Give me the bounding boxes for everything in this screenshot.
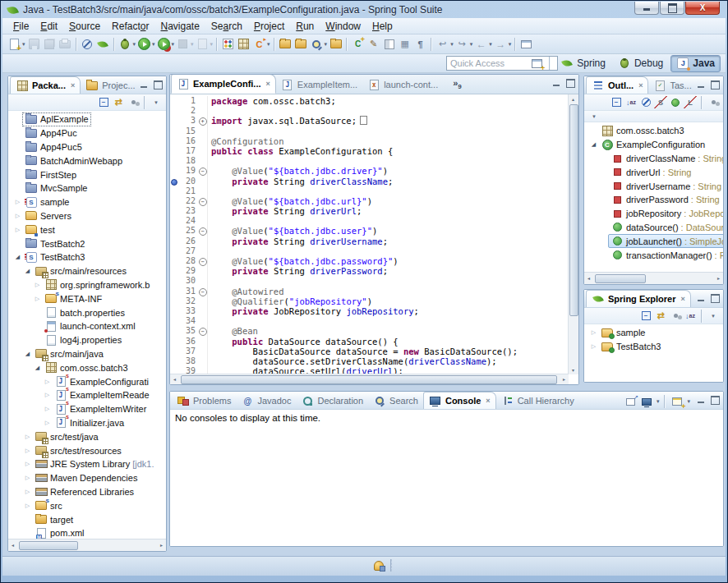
- scroll-left-icon[interactable]: ◂: [170, 374, 179, 383]
- sort-icon[interactable]: [684, 310, 697, 322]
- tree-item[interactable]: transactionManager() : PlatformTransacti…: [584, 248, 723, 262]
- new-spring-element-button[interactable]: [220, 36, 236, 53]
- collapsed-arrow-icon[interactable]: ▷: [43, 420, 52, 426]
- collapsed-arrow-icon[interactable]: ▷: [13, 213, 22, 219]
- tree-item[interactable]: BatchAdminWebapp: [8, 154, 166, 168]
- scroll-left-icon[interactable]: ◂: [584, 273, 593, 282]
- expanded-arrow-icon[interactable]: ◢: [33, 365, 42, 371]
- show-grid-button[interactable]: [397, 36, 412, 53]
- menu-item-file[interactable]: File: [7, 20, 35, 33]
- breakpoint-marker-icon[interactable]: [170, 177, 177, 186]
- spring-tools-button[interactable]: [95, 36, 111, 53]
- menu-chevron-icon[interactable]: [587, 110, 601, 122]
- horizontal-scrollbar[interactable]: ◂ ▸: [8, 539, 166, 551]
- collapsed-arrow-icon[interactable]: ▷: [23, 475, 32, 481]
- open-resource-button[interactable]: [328, 36, 343, 53]
- expanded-arrow-icon[interactable]: ◢: [23, 268, 32, 274]
- editor-vertical-scrollbar[interactable]: ▴ ▾: [568, 94, 578, 374]
- close-icon[interactable]: ×: [638, 81, 643, 90]
- tree-item[interactable]: ▷TestBatch3: [584, 340, 723, 354]
- tree-item[interactable]: driverClassName : String: [584, 152, 723, 166]
- link-with-editor-icon[interactable]: [654, 310, 667, 322]
- menu-item-help[interactable]: Help: [366, 20, 399, 33]
- perspective-debug-button[interactable]: Debug: [613, 56, 668, 71]
- collapsed-arrow-icon[interactable]: ▷: [43, 406, 52, 412]
- tree-item[interactable]: ◢com.ossc.batch3: [8, 360, 166, 374]
- collapsed-arrow-icon[interactable]: ▷: [589, 343, 598, 350]
- tree-item[interactable]: ▷org.springframework.b: [8, 278, 166, 292]
- tree-item[interactable]: ▷ExampleItemWriter: [8, 402, 166, 416]
- collapsed-arrow-icon[interactable]: ▷: [23, 461, 32, 467]
- tree-item[interactable]: batch.properties: [8, 305, 166, 319]
- view-menu-icon[interactable]: [669, 310, 682, 322]
- open-console-icon[interactable]: [670, 396, 684, 408]
- tree-item[interactable]: ▷META-INF: [8, 292, 166, 305]
- maximize-view-button[interactable]: [710, 80, 721, 90]
- menu-item-edit[interactable]: Edit: [35, 20, 63, 33]
- fold-toggle-icon[interactable]: −: [198, 326, 208, 336]
- tree-item[interactable]: ▷Maven Dependencies: [8, 471, 166, 485]
- show-whitespace-button[interactable]: [412, 36, 428, 53]
- collapsed-arrow-icon[interactable]: ▷: [589, 329, 598, 336]
- print-button[interactable]: [58, 36, 73, 53]
- tree-item[interactable]: ▷src: [8, 498, 166, 512]
- fold-toggle-icon[interactable]: −: [198, 166, 208, 176]
- minimize-view-button[interactable]: [695, 80, 706, 90]
- scroll-down-icon[interactable]: ▾: [569, 365, 578, 374]
- close-icon[interactable]: ×: [71, 81, 75, 90]
- tree-item[interactable]: ▷Servers: [8, 209, 166, 223]
- run-external-tools-button[interactable]: ▾: [156, 36, 176, 53]
- forward-button[interactable]: ▾: [493, 36, 513, 53]
- menu-item-run[interactable]: Run: [290, 20, 320, 33]
- open-file-button[interactable]: [278, 36, 293, 53]
- minimize-window-button[interactable]: [634, 2, 659, 15]
- tree-item[interactable]: ◢src/main/java: [8, 347, 166, 361]
- collapse-all-icon[interactable]: [97, 96, 110, 108]
- collapsed-arrow-icon[interactable]: ▷: [23, 503, 32, 509]
- tab-tasks[interactable]: Tas...: [648, 77, 696, 94]
- tree-item[interactable]: App4Puc: [8, 126, 166, 140]
- scrollbar-thumb[interactable]: [595, 274, 646, 283]
- scroll-up-icon[interactable]: ▴: [569, 94, 578, 103]
- console-tab-console[interactable]: Console×: [423, 392, 496, 409]
- tab-outline[interactable]: Outl... ×: [586, 76, 648, 94]
- search-button[interactable]: ▾: [309, 36, 329, 53]
- tab-overflow-indicator[interactable]: »9: [453, 78, 462, 90]
- editor-tab[interactable]: ExampleItem...: [276, 76, 362, 94]
- collapse-all-icon[interactable]: [639, 310, 652, 322]
- tree-item[interactable]: log4j.properties: [8, 333, 166, 347]
- minimize-view-button[interactable]: [695, 293, 706, 303]
- perspective-java-button[interactable]: Java: [670, 55, 721, 72]
- menu-item-search[interactable]: Search: [205, 20, 248, 33]
- tree-item[interactable]: App4Puc5: [8, 140, 166, 154]
- scrollbar-thumb[interactable]: [19, 541, 78, 550]
- tree-item[interactable]: MvcSample: [8, 181, 166, 195]
- console-tab-declaration[interactable]: Declaration: [296, 392, 368, 409]
- stop-button[interactable]: ▾: [175, 36, 195, 53]
- tree-item[interactable]: driverUsername : String: [584, 179, 723, 193]
- close-icon[interactable]: ×: [486, 397, 490, 405]
- collapsed-arrow-icon[interactable]: ▷: [13, 227, 22, 233]
- minimize-view-button[interactable]: [551, 78, 561, 88]
- maximize-view-button[interactable]: [565, 78, 576, 88]
- tree-item[interactable]: ▷src/test/resources: [8, 443, 166, 457]
- next-annotation-button[interactable]: ▾: [454, 36, 474, 53]
- collapsed-arrow-icon[interactable]: ▷: [23, 489, 32, 495]
- tree-item[interactable]: ◢ExampleConfiguration: [584, 138, 723, 152]
- tree-item[interactable]: driverUrl : String: [584, 165, 723, 179]
- menu-chevron-icon[interactable]: [150, 96, 163, 108]
- tree-item[interactable]: driverPassword : String: [584, 193, 723, 207]
- tree-item[interactable]: AplExample: [8, 112, 166, 126]
- display-selected-console-icon[interactable]: [640, 396, 653, 408]
- scrollbar-thumb[interactable]: [569, 104, 578, 316]
- menu-chevron-icon[interactable]: [707, 310, 720, 322]
- maximize-view-button[interactable]: [710, 293, 721, 303]
- horizontal-scrollbar[interactable]: ◂ ▸: [584, 272, 723, 284]
- scroll-right-icon[interactable]: ▸: [714, 273, 723, 282]
- minimize-view-button[interactable]: [138, 80, 149, 90]
- collapse-all-icon[interactable]: [610, 96, 623, 108]
- console-tab-javadoc[interactable]: Javadoc: [236, 392, 296, 409]
- collapsed-arrow-icon[interactable]: ▷: [23, 434, 32, 440]
- minimize-view-button[interactable]: [695, 395, 706, 405]
- tree-item[interactable]: ▷ExampleConfigurati: [8, 374, 166, 388]
